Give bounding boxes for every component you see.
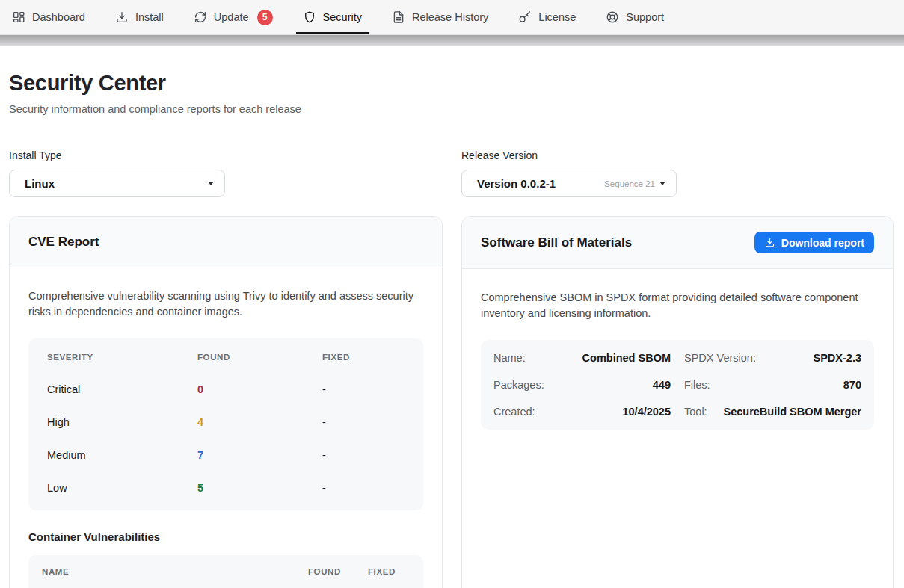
- fixed-value: -: [322, 449, 405, 461]
- release-version-select[interactable]: Version 0.0.2-1 Sequence 21: [461, 170, 677, 197]
- page-title: Security Center: [9, 71, 894, 96]
- list-item: Files: 870: [684, 371, 861, 398]
- nav-item-license[interactable]: License: [518, 0, 576, 34]
- info-label: Files:: [684, 379, 710, 391]
- info-label: SPDX Version:: [684, 352, 756, 364]
- info-value: 870: [843, 379, 861, 391]
- column-header-fixed: FIXED: [322, 353, 405, 362]
- found-value: 5: [197, 482, 322, 494]
- download-icon: [764, 237, 775, 248]
- severity-label: Medium: [47, 449, 197, 461]
- list-item: SPDX Version: SPDX-2.3: [684, 344, 861, 371]
- download-report-button[interactable]: Download report: [754, 232, 874, 253]
- nav-item-security[interactable]: Security: [303, 0, 362, 34]
- severity-label: Critical: [47, 383, 197, 395]
- list-item: Tool: SecureBuild SBOM Merger: [684, 398, 861, 425]
- sbom-info-grid: Name: Combined SBOM SPDX Version: SPDX-2…: [481, 340, 874, 430]
- container-table-header: NAME FOUND FIXED: [28, 555, 423, 588]
- nav-item-label: Update: [214, 11, 249, 23]
- info-label: Packages:: [493, 379, 544, 391]
- list-item: Created: 10/4/2025: [493, 398, 671, 425]
- release-version-label: Release Version: [461, 149, 894, 161]
- nav-item-label: Support: [626, 11, 664, 23]
- severity-label: High: [47, 416, 197, 428]
- release-version-value: Version 0.0.2-1: [477, 177, 556, 190]
- key-icon: [518, 10, 532, 24]
- info-label: Created:: [493, 406, 535, 418]
- list-item: Packages: 449: [493, 371, 671, 398]
- document-icon: [392, 10, 405, 24]
- info-value: SecureBuild SBOM Merger: [723, 406, 861, 418]
- severity-header-row: SEVERITY FOUND FIXED: [28, 341, 423, 373]
- lifebuoy-icon: [606, 10, 619, 24]
- table-row: Low 5 -: [28, 471, 423, 504]
- info-label: Tool:: [684, 406, 707, 418]
- table-row: Medium 7 -: [28, 439, 423, 471]
- install-type-label: Install Type: [9, 149, 443, 161]
- shield-icon: [303, 10, 316, 24]
- column-header-fixed: FIXED: [368, 567, 410, 576]
- nav-item-label: Release History: [412, 11, 488, 23]
- column-header-severity: SEVERITY: [47, 353, 197, 362]
- nav-item-label: Dashboard: [32, 11, 85, 23]
- refresh-icon: [194, 10, 207, 24]
- sequence-label: Sequence 21: [604, 179, 655, 188]
- nav-item-label: Security: [323, 11, 362, 23]
- sbom-card: Software Bill of Materials Download repo…: [461, 216, 894, 588]
- fixed-value: -: [322, 416, 405, 428]
- sbom-description: Comprehensive SBOM in SPDX format provid…: [481, 290, 873, 322]
- page-subtitle: Security information and compliance repo…: [9, 103, 894, 115]
- chevron-down-icon: [208, 182, 214, 185]
- info-value: Combined SBOM: [582, 352, 671, 364]
- info-value: 449: [653, 379, 671, 391]
- download-report-label: Download report: [781, 237, 864, 249]
- fixed-value: -: [322, 482, 405, 494]
- fixed-value: -: [322, 383, 405, 395]
- sbom-header: Software Bill of Materials Download repo…: [462, 217, 893, 269]
- nav-item-support[interactable]: Support: [606, 0, 664, 34]
- nav-item-release-history[interactable]: Release History: [392, 0, 488, 34]
- column-header-found: FOUND: [197, 353, 322, 362]
- update-badge: 5: [257, 10, 273, 25]
- severity-table: SEVERITY FOUND FIXED Critical 0 - High 4…: [28, 338, 423, 510]
- nav-item-update[interactable]: Update 5: [194, 0, 273, 34]
- info-label: Name:: [493, 352, 526, 364]
- severity-label: Low: [47, 482, 197, 494]
- cve-report-title: CVE Report: [28, 235, 99, 250]
- info-value: 10/4/2025: [622, 406, 671, 418]
- cve-report-card: CVE Report Comprehensive vulnerability s…: [9, 216, 443, 588]
- column-header-name: NAME: [42, 567, 308, 576]
- release-version-filter: Release Version Version 0.0.2-1 Sequence…: [461, 149, 894, 197]
- nav-item-install[interactable]: Install: [115, 0, 164, 34]
- container-vulnerabilities-title: Container Vulnerabilities: [28, 530, 423, 543]
- install-type-value: Linux: [25, 177, 55, 190]
- cve-report-description: Comprehensive vulnerability scanning usi…: [28, 288, 421, 321]
- install-type-select[interactable]: Linux: [9, 170, 225, 197]
- found-value: 0: [197, 383, 322, 395]
- top-nav: Dashboard Install Update 5 Security Rele…: [0, 0, 904, 35]
- cve-report-header: CVE Report: [10, 217, 442, 267]
- table-row: High 4 -: [28, 406, 423, 439]
- list-item: Name: Combined SBOM: [493, 344, 671, 371]
- dashboard-icon: [12, 10, 25, 24]
- sbom-title: Software Bill of Materials: [481, 235, 632, 250]
- nav-shadow-strip: [0, 35, 904, 46]
- nav-item-label: Install: [135, 11, 164, 23]
- install-type-filter: Install Type Linux: [9, 149, 443, 197]
- column-header-found: FOUND: [308, 567, 368, 576]
- found-value: 7: [197, 449, 322, 461]
- info-value: SPDX-2.3: [814, 352, 861, 364]
- nav-item-label: License: [538, 11, 576, 23]
- found-value: 4: [197, 416, 322, 428]
- nav-item-dashboard[interactable]: Dashboard: [12, 0, 85, 34]
- download-icon: [115, 10, 129, 24]
- chevron-down-icon: [659, 182, 665, 185]
- table-row: Critical 0 -: [28, 373, 423, 406]
